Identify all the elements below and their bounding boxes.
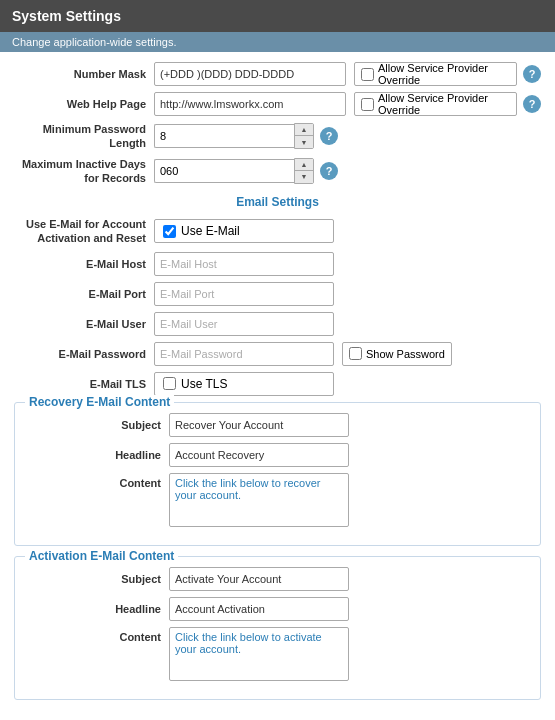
- activation-headline-row: Headline: [29, 597, 526, 621]
- use-tls-checkbox[interactable]: [163, 377, 176, 390]
- email-user-label: E-Mail User: [14, 317, 154, 331]
- number-mask-service-provider: Allow Service Provider Override: [354, 62, 517, 86]
- recovery-subject-label: Subject: [29, 418, 169, 432]
- email-password-label: E-Mail Password: [14, 347, 154, 361]
- number-mask-label: Number Mask: [14, 67, 154, 81]
- min-password-label: Minimum Password Length: [14, 122, 154, 151]
- number-mask-service-label: Allow Service Provider Override: [378, 62, 510, 86]
- main-content: Number Mask Allow Service Provider Overr…: [0, 52, 555, 720]
- activation-content-textarea[interactable]: Click the link below to activate your ac…: [169, 627, 349, 681]
- activation-subject-row: Subject: [29, 567, 526, 591]
- activation-subject-label: Subject: [29, 572, 169, 586]
- page-title: System Settings: [0, 0, 555, 32]
- email-host-row: E-Mail Host: [14, 252, 541, 276]
- use-email-label: Use E-Mail for Account Activation and Re…: [14, 217, 154, 246]
- recovery-subject-input[interactable]: [169, 413, 349, 437]
- recovery-email-section: Recovery E-Mail Content Subject Headline…: [14, 402, 541, 546]
- max-inactive-help-icon[interactable]: ?: [320, 162, 338, 180]
- use-email-row: Use E-Mail for Account Activation and Re…: [14, 217, 541, 246]
- email-port-row: E-Mail Port: [14, 282, 541, 306]
- activation-content-label: Content: [29, 627, 169, 644]
- max-inactive-up-btn[interactable]: ▲: [295, 159, 313, 171]
- web-help-label: Web Help Page: [14, 97, 154, 111]
- activation-headline-label: Headline: [29, 602, 169, 616]
- use-email-checkbox-label: Use E-Mail: [181, 224, 240, 238]
- min-password-spinner-btns: ▲ ▼: [294, 123, 314, 149]
- max-inactive-down-btn[interactable]: ▼: [295, 171, 313, 183]
- show-password-box: Show Password: [342, 342, 452, 366]
- email-host-label: E-Mail Host: [14, 257, 154, 271]
- web-help-input[interactable]: [154, 92, 346, 116]
- web-help-service-provider: Allow Service Provider Override: [354, 92, 517, 116]
- number-mask-service-checkbox[interactable]: [361, 68, 374, 81]
- number-mask-row: Number Mask Allow Service Provider Overr…: [14, 62, 541, 86]
- subtitle-text: Change application-wide settings.: [12, 36, 177, 48]
- activation-email-title: Activation E-Mail Content: [25, 549, 178, 563]
- recovery-headline-row: Headline: [29, 443, 526, 467]
- email-tls-label: E-Mail TLS: [14, 377, 154, 391]
- min-password-down-btn[interactable]: ▼: [295, 136, 313, 148]
- web-help-service-checkbox[interactable]: [361, 98, 374, 111]
- page-subtitle: Change application-wide settings.: [0, 32, 555, 52]
- page-wrapper: System Settings Change application-wide …: [0, 0, 555, 720]
- email-user-input[interactable]: [154, 312, 334, 336]
- email-password-row: E-Mail Password Show Password: [14, 342, 541, 366]
- show-password-checkbox[interactable]: [349, 347, 362, 360]
- max-inactive-spinner: ▲ ▼: [154, 158, 314, 184]
- web-help-help-icon[interactable]: ?: [523, 95, 541, 113]
- save-button-container: Save Changes: [14, 710, 541, 720]
- max-inactive-spinner-btns: ▲ ▼: [294, 158, 314, 184]
- recovery-content-label: Content: [29, 473, 169, 490]
- recovery-headline-label: Headline: [29, 448, 169, 462]
- min-password-spinner: ▲ ▼: [154, 123, 314, 149]
- recovery-headline-input[interactable]: [169, 443, 349, 467]
- email-password-input[interactable]: [154, 342, 334, 366]
- show-password-label: Show Password: [366, 348, 445, 360]
- web-help-service-label: Allow Service Provider Override: [378, 92, 510, 116]
- email-settings-heading: Email Settings: [14, 195, 541, 209]
- min-password-row: Minimum Password Length ▲ ▼ ?: [14, 122, 541, 151]
- email-tls-row: E-Mail TLS Use TLS: [14, 372, 541, 396]
- use-tls-box: Use TLS: [154, 372, 334, 396]
- email-port-input[interactable]: [154, 282, 334, 306]
- email-host-input[interactable]: [154, 252, 334, 276]
- recovery-content-row: Content Click the link below to recover …: [29, 473, 526, 527]
- use-email-checkbox[interactable]: [163, 225, 176, 238]
- recovery-subject-row: Subject: [29, 413, 526, 437]
- number-mask-input[interactable]: [154, 62, 346, 86]
- activation-subject-input[interactable]: [169, 567, 349, 591]
- recovery-content-textarea[interactable]: Click the link below to recover your acc…: [169, 473, 349, 527]
- min-password-up-btn[interactable]: ▲: [295, 124, 313, 136]
- activation-content-row: Content Click the link below to activate…: [29, 627, 526, 681]
- min-password-input[interactable]: [154, 124, 294, 148]
- use-tls-checkbox-label: Use TLS: [181, 377, 227, 391]
- use-email-box: Use E-Mail: [154, 219, 334, 243]
- max-inactive-row: Maximum Inactive Days for Records ▲ ▼ ?: [14, 157, 541, 186]
- email-user-row: E-Mail User: [14, 312, 541, 336]
- web-help-row: Web Help Page Allow Service Provider Ove…: [14, 92, 541, 116]
- max-inactive-label: Maximum Inactive Days for Records: [14, 157, 154, 186]
- number-mask-help-icon[interactable]: ?: [523, 65, 541, 83]
- max-inactive-input[interactable]: [154, 159, 294, 183]
- email-port-label: E-Mail Port: [14, 287, 154, 301]
- header-title: System Settings: [12, 8, 121, 24]
- activation-email-section: Activation E-Mail Content Subject Headli…: [14, 556, 541, 700]
- recovery-email-title: Recovery E-Mail Content: [25, 395, 174, 409]
- min-password-help-icon[interactable]: ?: [320, 127, 338, 145]
- activation-headline-input[interactable]: [169, 597, 349, 621]
